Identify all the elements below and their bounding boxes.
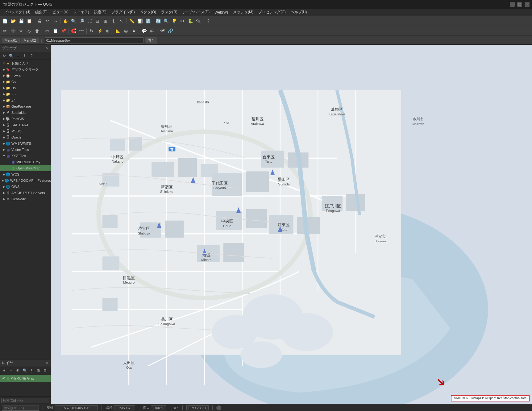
layer-visibility-icon[interactable]: 👁	[1, 376, 6, 381]
layers-add-button[interactable]: +	[1, 367, 7, 374]
epsg-value[interactable]: EPSG:3857	[186, 405, 209, 410]
menu-help[interactable]: ヘルプ(H)	[288, 9, 310, 15]
zoom-value[interactable]: 100%	[151, 405, 166, 410]
browser-tree-item[interactable]: ▶🌐WFS / OGC API - Features	[0, 177, 51, 184]
search-input[interactable]	[1, 398, 49, 403]
menu-mesh[interactable]: メッシュ(M)	[231, 9, 256, 15]
settings2-button[interactable]: ⚙	[178, 17, 186, 25]
maximize-button[interactable]: ❐	[517, 2, 522, 7]
browser-tree-item[interactable]: ▶🗄MSSQL	[0, 128, 51, 134]
refresh-button[interactable]: 🔄	[154, 17, 162, 25]
annotation-button[interactable]: 💬	[140, 27, 148, 35]
minimize-button[interactable]: —	[510, 2, 515, 7]
browser-properties-button[interactable]: ℹ	[22, 53, 28, 59]
layers-visible-button[interactable]: 👁	[15, 367, 21, 374]
layer-item[interactable]: 👁 ⊞ MIERUNE Gray	[0, 375, 51, 382]
statusbar-search-input[interactable]	[2, 405, 39, 411]
vertex-tool-button[interactable]: ◇	[25, 27, 33, 35]
map-area[interactable]: 新宿区 Shinjuku 渋谷区 Shibuya 千代田区 Chiyoda 中央…	[51, 45, 532, 404]
delete-feature-button[interactable]: 🗑	[33, 27, 41, 35]
fill-ring-button[interactable]: ●	[130, 27, 138, 35]
new-project-button[interactable]: 📄	[1, 17, 9, 25]
trace-button[interactable]: 〰	[78, 27, 85, 35]
field-calc-button[interactable]: 🔢	[144, 17, 152, 25]
browser-tree-item[interactable]: ▶🌐WCS	[0, 171, 51, 177]
script-input[interactable]	[45, 37, 143, 44]
paste-button[interactable]: 📌	[60, 27, 67, 35]
attribute-table-button[interactable]: 📊	[136, 17, 143, 25]
split-button[interactable]: ⚡	[96, 27, 103, 35]
menu-database[interactable]: データベース(D)	[180, 9, 212, 15]
browser-filter-button[interactable]: 🔍	[8, 53, 14, 59]
redo-button[interactable]: ↪	[52, 17, 59, 25]
pan-button[interactable]: ✋	[62, 17, 69, 25]
scale-value[interactable]: 1:35937	[114, 405, 135, 410]
cut-button[interactable]: ✂	[44, 27, 51, 35]
browser-tree-item[interactable]: ▶🗄SAP HANA	[0, 122, 51, 128]
edit-button[interactable]: ✏	[1, 27, 9, 35]
add-feature-button[interactable]: ➕	[9, 27, 17, 35]
save-as-button[interactable]: 📋	[25, 17, 33, 25]
menu02-button[interactable]: Menu02	[21, 38, 39, 43]
browser-tree-item[interactable]: ▶🌐OWS	[0, 184, 51, 190]
browser-tree-item[interactable]: ▶📁C:\	[0, 79, 51, 85]
help2-button[interactable]: ?	[205, 17, 212, 25]
zoom-selection-button[interactable]: ⊞	[102, 17, 109, 25]
menu-edit[interactable]: 編集(E)	[33, 9, 50, 15]
digitize-button[interactable]: 📐	[114, 27, 122, 35]
browser-tree-item[interactable]: ▶📁Z:\	[0, 97, 51, 103]
close-button[interactable]: ✕	[525, 2, 530, 7]
filter-button[interactable]: 🔍	[162, 17, 170, 25]
browser-tree-item[interactable]: ▼★お気に入り	[0, 60, 51, 66]
label-button[interactable]: 🏷	[148, 27, 156, 35]
browser-refresh-button[interactable]: ↻	[1, 53, 7, 59]
print-button[interactable]: 🖨	[35, 17, 43, 25]
browser-tree-item[interactable]: ▦OpenStreetMap	[0, 165, 51, 171]
georef-button[interactable]: 🗺	[159, 27, 166, 35]
zoom-in-button[interactable]: 🔍	[70, 17, 77, 25]
browser-tree-item[interactable]: ▶▦Vector Tiles	[0, 147, 51, 153]
layers-options-button[interactable]: ⋮	[28, 367, 35, 374]
menu-view[interactable]: ビュー(V)	[50, 9, 71, 15]
ring-button[interactable]: ◎	[122, 27, 130, 35]
topo-button[interactable]: 🔗	[167, 27, 174, 35]
plugin-button[interactable]: 🔌	[194, 17, 202, 25]
move-feature-button[interactable]: ✥	[17, 27, 25, 35]
snap-button[interactable]: 🧲	[70, 27, 77, 35]
menu01-button[interactable]: Menu01	[2, 38, 20, 43]
browser-tree-item[interactable]: ▶🗄Oracle	[0, 134, 51, 140]
save-project-button[interactable]: 💾	[17, 17, 25, 25]
coord-value[interactable]: 155754604059615	[55, 405, 98, 410]
menu-plugins[interactable]: プラグイン(P)	[109, 9, 137, 15]
browser-tree-item[interactable]: ▶🏠ホーム	[0, 73, 51, 79]
browser-tree-item[interactable]: ▶🗄SpatiaLite	[0, 110, 51, 116]
browser-tree-item[interactable]: ▼▦XYZ Tiles	[0, 153, 51, 159]
browser-tree-item[interactable]: ▶🐘PostGIS	[0, 116, 51, 122]
zoom-layer-button[interactable]: ⊡	[94, 17, 101, 25]
copy-button[interactable]: 📋	[52, 27, 59, 35]
identify-button[interactable]: ℹ	[110, 17, 117, 25]
browser-tree-item[interactable]: ▶📁D:\	[0, 85, 51, 91]
tip-button[interactable]: 💡	[170, 17, 178, 25]
menu-project[interactable]: プロジェクト(J)	[1, 9, 33, 15]
layers-collapse-icon[interactable]: ✕	[46, 361, 49, 365]
layers-filter-button[interactable]: 🔍	[22, 367, 28, 374]
browser-tree-item[interactable]: ▶🗄ArcGIS REST Servers	[0, 190, 51, 196]
undo-button[interactable]: ↩	[44, 17, 51, 25]
menu-vector[interactable]: ベクタ(O)	[137, 9, 159, 15]
layers-expand-button[interactable]: ⊞	[35, 367, 41, 374]
zoom-extent-button[interactable]: ⛶	[86, 17, 93, 25]
browser-tree-item[interactable]: ▶📁E:\	[0, 91, 51, 97]
browser-collapse-button[interactable]: ⊟	[15, 53, 21, 59]
layers-remove-button[interactable]: −	[8, 367, 14, 374]
select-button[interactable]: ↖	[118, 17, 125, 25]
layers-collapse2-button[interactable]: ⊟	[42, 367, 48, 374]
browser-collapse-icon[interactable]: ✕	[46, 46, 49, 51]
menu-settings[interactable]: 設定(S)	[92, 9, 109, 15]
browser-tree-item[interactable]: ▦MIERUNE Gray	[0, 159, 51, 165]
menu-web[interactable]: Web(W)	[212, 10, 231, 15]
rotate-button[interactable]: ↻	[88, 27, 95, 35]
browser-tree-item[interactable]: ▶📦GeoPackage	[0, 103, 51, 110]
browser-help-button[interactable]: ?	[28, 53, 35, 59]
browser-tree-item[interactable]: ▶🌐WMS/WMTS	[0, 140, 51, 147]
